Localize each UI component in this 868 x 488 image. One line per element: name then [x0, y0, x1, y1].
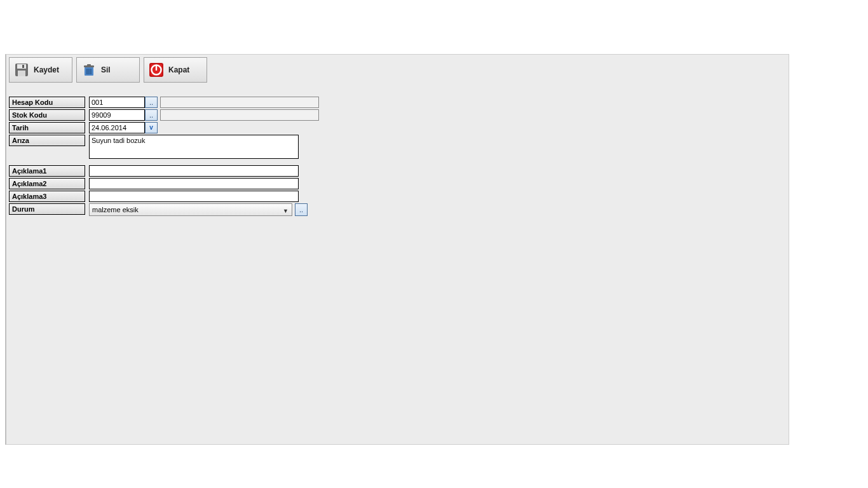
svg-rect-8	[88, 69, 90, 74]
stok-kodu-input[interactable]	[89, 109, 145, 121]
tarih-input[interactable]	[89, 122, 145, 133]
close-icon	[148, 62, 165, 78]
row-ariza: Arıza	[9, 135, 786, 159]
label-aciklama1: Açıklama1	[9, 165, 85, 177]
row-stok-kodu: Stok Kodu ..	[9, 109, 786, 121]
trash-icon	[81, 62, 97, 78]
svg-rect-6	[87, 64, 91, 66]
close-button-label: Kapat	[168, 65, 189, 74]
stok-kodu-description	[160, 109, 319, 121]
svg-rect-7	[86, 69, 88, 74]
durum-lookup-button[interactable]: ..	[295, 203, 308, 216]
aciklama3-input[interactable]	[89, 191, 299, 202]
svg-rect-3	[22, 65, 24, 68]
label-hesap-kodu: Hesap Kodu	[9, 97, 85, 108]
close-button[interactable]: Kapat	[144, 57, 207, 83]
tarih-dropdown-button[interactable]: v	[145, 122, 158, 133]
label-stok-kodu: Stok Kodu	[9, 109, 85, 121]
form-area: Hesap Kodu .. Stok Kodu .. Tarih v Arıza	[9, 97, 786, 216]
aciklama2-input[interactable]	[89, 178, 299, 189]
stok-kodu-lookup-button[interactable]: ..	[145, 109, 158, 121]
save-button-label: Kaydet	[34, 65, 59, 74]
row-durum: Durum malzeme eksik ..	[9, 203, 786, 216]
toolbar: Kaydet Sil	[9, 57, 786, 83]
ariza-textarea[interactable]	[89, 135, 299, 159]
svg-rect-9	[90, 69, 92, 74]
svg-rect-13	[156, 65, 157, 71]
row-tarih: Tarih v	[9, 122, 786, 133]
svg-rect-2	[18, 71, 25, 76]
label-durum: Durum	[9, 203, 85, 215]
delete-button-label: Sil	[101, 65, 111, 74]
label-aciklama2: Açıklama2	[9, 178, 85, 189]
label-tarih: Tarih	[9, 122, 85, 133]
save-button[interactable]: Kaydet	[9, 57, 72, 83]
label-aciklama3: Açıklama3	[9, 191, 85, 202]
save-icon	[13, 62, 30, 78]
hesap-kodu-input[interactable]	[89, 97, 145, 108]
row-aciklama1: Açıklama1	[9, 165, 786, 177]
form-panel: Kaydet Sil	[5, 54, 789, 445]
delete-button[interactable]: Sil	[76, 57, 140, 83]
hesap-kodu-description	[160, 97, 319, 108]
durum-combobox[interactable]: malzeme eksik	[89, 203, 292, 216]
svg-rect-1	[17, 64, 26, 69]
row-aciklama2: Açıklama2	[9, 178, 786, 189]
aciklama1-input[interactable]	[89, 165, 299, 177]
row-hesap-kodu: Hesap Kodu ..	[9, 97, 786, 108]
row-aciklama3: Açıklama3	[9, 191, 786, 202]
hesap-kodu-lookup-button[interactable]: ..	[145, 97, 158, 108]
label-ariza: Arıza	[9, 135, 85, 146]
